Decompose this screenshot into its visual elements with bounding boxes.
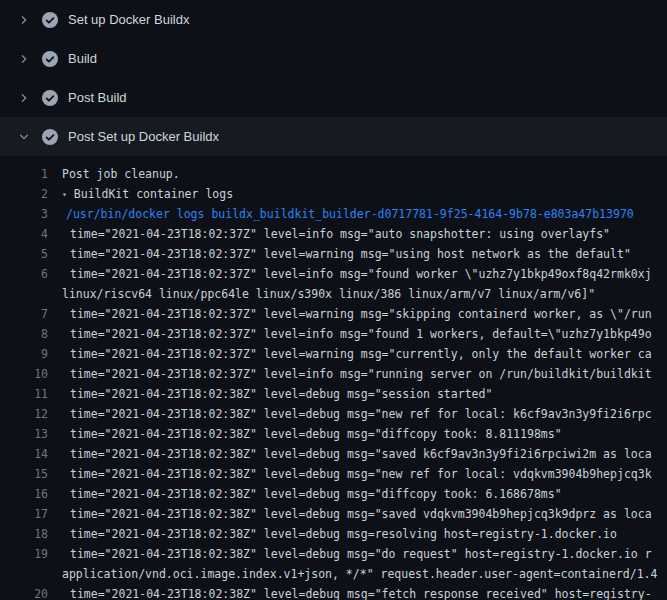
step-label: Post Build <box>68 90 127 105</box>
line-number[interactable]: 13 <box>0 424 62 444</box>
log-text: time="2021-04-23T18:02:38Z" level=debug … <box>62 504 667 524</box>
log-line: linux/riscv64 linux/ppc64le linux/s390x … <box>0 284 667 304</box>
actions-log-viewer: Set up Docker BuildxBuildPost BuildPost … <box>0 0 667 600</box>
log-text: time="2021-04-23T18:02:38Z" level=debug … <box>62 584 667 600</box>
step-label: Build <box>68 51 97 66</box>
check-circle-icon <box>42 90 58 106</box>
log-text: time="2021-04-23T18:02:38Z" level=debug … <box>62 444 667 464</box>
line-number[interactable] <box>0 284 62 304</box>
log-line: 8time="2021-04-23T18:02:37Z" level=info … <box>0 324 667 344</box>
chevron-right-icon[interactable] <box>16 51 32 67</box>
log-text: application/vnd.oci.image.index.v1+json,… <box>62 564 667 584</box>
line-number[interactable]: 18 <box>0 524 62 544</box>
log-line: 17time="2021-04-23T18:02:38Z" level=debu… <box>0 504 667 524</box>
log-area[interactable]: 1Post job cleanup.2▾BuildKit container l… <box>0 156 667 600</box>
log-line: 10time="2021-04-23T18:02:37Z" level=info… <box>0 364 667 384</box>
log-line: 12time="2021-04-23T18:02:38Z" level=debu… <box>0 404 667 424</box>
log-line: application/vnd.oci.image.index.v1+json,… <box>0 564 667 584</box>
chevron-right-icon[interactable] <box>16 12 32 28</box>
log-line: 20time="2021-04-23T18:02:38Z" level=debu… <box>0 584 667 600</box>
log-text: time="2021-04-23T18:02:37Z" level=warnin… <box>62 244 667 264</box>
step-header-post-build[interactable]: Post Build <box>0 78 667 117</box>
line-number[interactable]: 3 <box>0 204 62 224</box>
log-line: 5time="2021-04-23T18:02:37Z" level=warni… <box>0 244 667 264</box>
log-text: time="2021-04-23T18:02:38Z" level=debug … <box>62 544 667 564</box>
log-line: 3/usr/bin/docker logs buildx_buildkit_bu… <box>0 204 667 224</box>
step-label: Post Set up Docker Buildx <box>68 129 219 144</box>
log-text: time="2021-04-23T18:02:37Z" level=info m… <box>62 264 667 284</box>
log-text: time="2021-04-23T18:02:38Z" level=debug … <box>62 524 667 544</box>
log-line: 16time="2021-04-23T18:02:38Z" level=debu… <box>0 484 667 504</box>
triangle-down-icon[interactable]: ▾ <box>62 185 67 204</box>
log-line: 15time="2021-04-23T18:02:38Z" level=debu… <box>0 464 667 484</box>
line-number[interactable]: 1 <box>0 164 62 184</box>
log-line: 13time="2021-04-23T18:02:38Z" level=debu… <box>0 424 667 444</box>
log-text: time="2021-04-23T18:02:38Z" level=debug … <box>62 384 667 404</box>
step-header-build[interactable]: Build <box>0 39 667 78</box>
log-text: time="2021-04-23T18:02:37Z" level=info m… <box>62 224 667 244</box>
log-text: time="2021-04-23T18:02:38Z" level=debug … <box>62 484 667 504</box>
line-number[interactable]: 14 <box>0 444 62 464</box>
line-number[interactable]: 10 <box>0 364 62 384</box>
line-number[interactable]: 9 <box>0 344 62 364</box>
line-number[interactable]: 16 <box>0 484 62 504</box>
log-text: time="2021-04-23T18:02:38Z" level=debug … <box>62 404 667 424</box>
line-number[interactable]: 5 <box>0 244 62 264</box>
line-number[interactable]: 12 <box>0 404 62 424</box>
log-text: time="2021-04-23T18:02:38Z" level=debug … <box>62 464 667 484</box>
log-text: time="2021-04-23T18:02:37Z" level=info m… <box>62 324 667 344</box>
line-number[interactable]: 2 <box>0 184 62 204</box>
log-command-text: /usr/bin/docker logs buildx_buildkit_bui… <box>62 204 667 224</box>
line-number[interactable]: 20 <box>0 584 62 600</box>
log-line: 4time="2021-04-23T18:02:37Z" level=info … <box>0 224 667 244</box>
chevron-right-icon[interactable] <box>16 90 32 106</box>
log-text: time="2021-04-23T18:02:37Z" level=warnin… <box>62 344 667 364</box>
log-text: Post job cleanup. <box>62 164 667 184</box>
steps-list: Set up Docker BuildxBuildPost BuildPost … <box>0 0 667 156</box>
log-text: time="2021-04-23T18:02:37Z" level=warnin… <box>62 304 667 324</box>
line-number[interactable]: 7 <box>0 304 62 324</box>
step-header-set-up-docker-buildx[interactable]: Set up Docker Buildx <box>0 0 667 39</box>
step-header-post-set-up-docker-buildx[interactable]: Post Set up Docker Buildx <box>0 117 667 156</box>
log-group-toggle[interactable]: ▾BuildKit container logs <box>62 184 667 204</box>
log-line: 2▾BuildKit container logs <box>0 184 667 204</box>
line-number[interactable]: 11 <box>0 384 62 404</box>
log-text: time="2021-04-23T18:02:37Z" level=info m… <box>62 364 667 384</box>
step-label: Set up Docker Buildx <box>68 12 189 27</box>
log-line: 11time="2021-04-23T18:02:38Z" level=debu… <box>0 384 667 404</box>
line-number[interactable]: 4 <box>0 224 62 244</box>
log-line: 9time="2021-04-23T18:02:37Z" level=warni… <box>0 344 667 364</box>
line-number[interactable]: 17 <box>0 504 62 524</box>
log-group-label: BuildKit container logs <box>74 187 233 201</box>
log-line: 7time="2021-04-23T18:02:37Z" level=warni… <box>0 304 667 324</box>
line-number[interactable]: 8 <box>0 324 62 344</box>
check-circle-icon <box>42 51 58 67</box>
check-circle-icon <box>42 12 58 28</box>
check-circle-icon <box>42 129 58 145</box>
log-line: 1Post job cleanup. <box>0 164 667 184</box>
line-number[interactable]: 15 <box>0 464 62 484</box>
log-line: 6time="2021-04-23T18:02:37Z" level=info … <box>0 264 667 284</box>
chevron-down-icon[interactable] <box>16 129 32 145</box>
log-text: time="2021-04-23T18:02:38Z" level=debug … <box>62 424 667 444</box>
log-text: linux/riscv64 linux/ppc64le linux/s390x … <box>62 284 667 304</box>
log-line: 19time="2021-04-23T18:02:38Z" level=debu… <box>0 544 667 564</box>
line-number[interactable] <box>0 564 62 584</box>
line-number[interactable]: 6 <box>0 264 62 284</box>
log-line: 18time="2021-04-23T18:02:38Z" level=debu… <box>0 524 667 544</box>
line-number[interactable]: 19 <box>0 544 62 564</box>
log-line: 14time="2021-04-23T18:02:38Z" level=debu… <box>0 444 667 464</box>
